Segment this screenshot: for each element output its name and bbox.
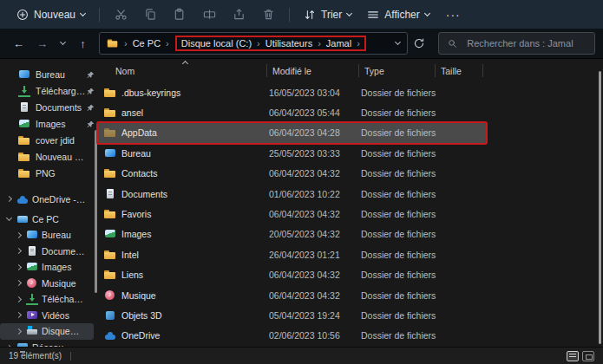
column-header-type[interactable]: Type [359, 64, 436, 77]
table-row[interactable]: Musique 06/04/2023 04:32 Dossier de fich… [98, 285, 486, 305]
search-input[interactable] [465, 37, 586, 49]
recent-locations-button[interactable] [55, 42, 70, 44]
table-row[interactable]: AppData 06/04/2023 04:28 Dossier de fich… [98, 123, 486, 143]
sidebar-quick-access-item[interactable]: Téléchargements [0, 82, 98, 99]
cut-button[interactable] [106, 3, 135, 26]
sidebar-tree-item[interactable]: Disque local (C:) [0, 323, 94, 340]
sidebar-item-label: Vidéos [42, 310, 86, 321]
sidebar-tree-item[interactable]: Vidéos [0, 308, 98, 324]
delete-button[interactable] [253, 3, 283, 26]
details-view-button[interactable] [567, 351, 579, 361]
chevron-right-icon [15, 281, 23, 285]
view-toggles [567, 351, 594, 361]
chevron-down-icon [346, 10, 352, 16]
sidebar-quick-access-item[interactable]: Documents [0, 99, 98, 115]
file-type: Dossier de fichiers [361, 290, 436, 301]
new-button[interactable]: Nouveau [9, 3, 93, 26]
file-modified-date: 06/04/2023 05:44 [269, 107, 361, 118]
paste-button[interactable] [165, 3, 194, 26]
table-row[interactable]: .dbus-keyrings 16/05/2023 03:04 Dossier … [98, 82, 486, 102]
sidebar-item-this-pc[interactable]: Ce PC [0, 211, 98, 227]
large-icons-view-button[interactable] [582, 351, 594, 361]
file-name: Images [121, 229, 269, 239]
table-row[interactable]: ansel 06/04/2023 05:44 Dossier de fichie… [98, 102, 486, 122]
table-row[interactable]: Liens 06/04/2023 04:32 Dossier de fichie… [98, 265, 486, 285]
breadcrumb-this-pc[interactable]: Ce PC [133, 38, 161, 49]
column-header-name[interactable]: Nom [115, 64, 267, 77]
desktop-icon [104, 147, 116, 159]
copy-button[interactable] [135, 3, 165, 26]
refresh-button[interactable] [410, 37, 429, 49]
sidebar-quick-access-item[interactable]: Nouveau dossier [0, 148, 98, 165]
folder-icon [104, 208, 116, 220]
file-type: Dossier de fichiers [361, 330, 436, 341]
chevron-down-icon [5, 218, 13, 220]
sidebar-tree-item[interactable]: Bureau [0, 227, 98, 244]
file-type: Dossier de fichiers [361, 189, 436, 199]
desktop-icon [26, 229, 38, 241]
sidebar-tree-item[interactable]: Téléchargements [0, 291, 98, 308]
file-type: Dossier de fichiers [361, 148, 436, 159]
search-icon [448, 38, 457, 49]
sidebar-item-onedrive[interactable]: OneDrive - Person [0, 191, 98, 207]
folder-icon [104, 87, 116, 99]
table-row[interactable]: Favoris 06/04/2023 04:32 Dossier de fich… [98, 204, 486, 224]
table-row[interactable]: Documents 01/06/2023 10:22 Dossier de fi… [98, 184, 486, 204]
table-row[interactable]: Objets 3D 05/04/2023 19:24 Dossier de fi… [98, 305, 486, 325]
sidebar-tree-item[interactable]: Images [0, 259, 98, 276]
file-type: Dossier de fichiers [361, 250, 436, 260]
table-row[interactable]: Contacts 06/04/2023 04:32 Dossier de fic… [98, 164, 486, 184]
column-header-modified[interactable]: Modifié le [267, 64, 359, 77]
rename-button[interactable] [194, 3, 224, 26]
address-bar[interactable]: › Ce PC › Disque local (C:) › Utilisateu… [99, 32, 408, 55]
sidebar-item-label: cover jdid [36, 135, 86, 146]
breadcrumb-separator: › [166, 38, 169, 49]
sidebar-quick-access-item[interactable]: cover jdid [0, 132, 98, 148]
table-row[interactable]: Images 20/05/2023 04:32 Dossier de fichi… [98, 224, 486, 244]
sidebar-quick-access-item[interactable]: PNG [0, 165, 98, 181]
file-list: .dbus-keyrings 16/05/2023 03:04 Dossier … [98, 82, 603, 346]
share-icon [233, 8, 246, 21]
view-button[interactable]: Afficher [359, 3, 436, 26]
sidebar-item-label: Nouveau dossier [36, 152, 86, 162]
clipboard-icon [174, 8, 187, 21]
video-icon [26, 309, 38, 322]
folder-icon [18, 134, 30, 146]
table-row[interactable]: Intel 26/04/2023 01:21 Dossier de fichie… [98, 244, 486, 264]
breadcrumb-jamal[interactable]: Jamal [326, 38, 351, 49]
sort-arrows-icon [304, 9, 316, 21]
list-scrollbar[interactable] [599, 71, 601, 344]
chevron-right-icon [15, 297, 23, 302]
forward-button[interactable]: → [31, 37, 53, 50]
file-type: Dossier de fichiers [361, 168, 436, 179]
file-modified-date: 02/06/2023 10:56 [269, 330, 361, 341]
back-button[interactable]: ← [8, 37, 29, 50]
chevron-right-icon [15, 233, 23, 237]
more-options-button[interactable]: ··· [437, 8, 469, 22]
sort-button[interactable]: Trier [296, 3, 359, 26]
share-button[interactable] [224, 3, 253, 26]
table-row[interactable]: OneDrive 02/06/2023 10:56 Dossier de fic… [98, 326, 486, 346]
address-dropdown-icon[interactable] [395, 39, 401, 45]
sidebar-tree-item[interactable]: Musique [0, 276, 98, 292]
file-name: OneDrive [121, 330, 269, 341]
breadcrumb-disque-local[interactable]: Disque local (C:) [181, 38, 252, 49]
table-row[interactable]: Bureau 25/05/2023 03:33 Dossier de fichi… [98, 143, 486, 163]
sidebar-scrollbar[interactable] [95, 130, 97, 293]
pic-icon [26, 261, 38, 273]
breadcrumb-utilisateurs[interactable]: Utilisateurs [265, 38, 312, 49]
folder-icon [18, 167, 30, 179]
column-header-size[interactable]: Taille [436, 64, 483, 77]
item-count: 19 élément(s) [9, 351, 62, 361]
sidebar-tree-item[interactable]: Documents [0, 244, 98, 260]
sidebar-quick-access-item[interactable]: Images [0, 115, 98, 132]
search-box[interactable] [438, 32, 595, 55]
up-button[interactable]: ↑ [72, 37, 94, 50]
divider [99, 8, 100, 22]
spacer [0, 181, 98, 191]
file-name: Documents [121, 189, 269, 199]
pin-icon [87, 103, 95, 114]
sidebar-item-label: Images [36, 119, 86, 129]
sidebar-quick-access-item[interactable]: Bureau [0, 66, 98, 82]
download-icon [18, 85, 30, 97]
